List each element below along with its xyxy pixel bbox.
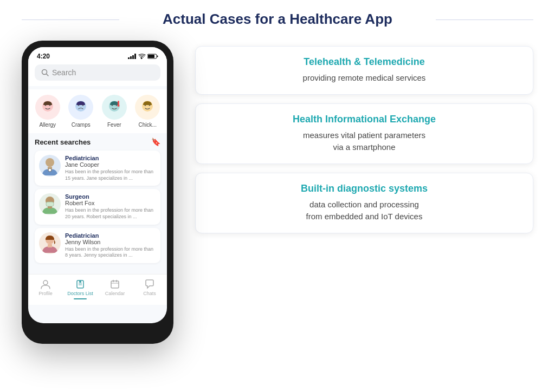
nav-calendar[interactable]: Calendar <box>101 279 128 299</box>
svg-rect-18 <box>118 101 119 105</box>
profile-nav-icon <box>40 279 51 290</box>
recent-searches-section: Recent searches 🔖 <box>28 133 167 271</box>
status-icons <box>128 54 158 59</box>
page-title: Actual Cases for a Healthcare App <box>22 11 533 28</box>
svg-rect-2 <box>132 55 134 59</box>
doctor-info-2: Pediatrician Jenny Wilson Has been in th… <box>65 232 156 259</box>
feature-title-2: Built-in diagnostic systems <box>209 183 520 194</box>
phone-screen: 4:20 <box>28 47 167 323</box>
category-allergy[interactable]: Allergy <box>33 95 63 128</box>
doctor-info-1: Surgeon Robert Fox Has been in the profe… <box>65 193 156 220</box>
search-bar[interactable]: Search <box>35 64 160 81</box>
doctor-avatar-2 <box>39 232 61 254</box>
recent-searches-title: Recent searches <box>35 138 91 146</box>
doctor-avatar-0 <box>39 155 61 177</box>
category-fever[interactable]: Fever <box>99 95 130 128</box>
feature-card-0: Telehealth & Telemedicine providing remo… <box>195 46 533 95</box>
doctor-desc-2: Has been in the profession for more than… <box>65 246 156 259</box>
nav-calendar-label: Calendar <box>105 291 125 296</box>
feature-title-1: Health Informational Exchange <box>209 114 520 125</box>
status-time: 4:20 <box>37 53 50 60</box>
features-panel: Telehealth & Telemedicine providing remo… <box>195 41 533 233</box>
nav-active-indicator <box>74 298 87 299</box>
categories-section: Allergy <box>28 89 167 133</box>
svg-point-23 <box>46 158 54 167</box>
nav-doctors-label: Doctors List <box>67 291 93 296</box>
svg-rect-1 <box>130 56 132 59</box>
svg-rect-0 <box>128 57 130 59</box>
feature-card-2: Built-in diagnostic systems data collect… <box>195 173 533 233</box>
svg-point-19 <box>117 104 119 107</box>
svg-rect-5 <box>157 56 158 57</box>
doctor-card-0[interactable]: Pediatrician Jane Cooper Has been in the… <box>35 151 160 186</box>
doctors-list-nav-icon <box>75 279 86 290</box>
doctor-avatar-1 <box>39 193 61 215</box>
svg-point-31 <box>43 280 48 285</box>
doctor-name-1: Robert Fox <box>65 200 156 206</box>
chats-nav-icon <box>144 279 155 290</box>
svg-rect-6 <box>148 55 154 58</box>
category-chick-label: Chick... <box>139 122 157 128</box>
bottom-nav: Profile Doctors List <box>28 274 167 305</box>
svg-rect-3 <box>134 54 136 59</box>
feature-desc-0: providing remote medical services <box>209 72 520 84</box>
feature-desc-2: data collection and processing from embe… <box>209 199 520 223</box>
feature-title-0: Telehealth & Telemedicine <box>209 56 520 68</box>
doctor-desc-1: Has been in the profession for more than… <box>65 207 156 220</box>
svg-point-35 <box>79 280 81 283</box>
feature-card-1: Health Informational Exchange measures v… <box>195 103 533 164</box>
search-icon <box>41 69 49 76</box>
svg-point-25 <box>48 168 51 172</box>
feature-desc-1: measures vital patient parameters via a … <box>209 129 520 154</box>
battery-icon <box>147 54 158 59</box>
svg-line-8 <box>47 74 49 76</box>
doctor-specialty-2: Pediatrician <box>65 232 156 239</box>
doctor-card-2[interactable]: Pediatrician Jenny Wilson Has been in th… <box>35 228 160 263</box>
nav-profile[interactable]: Profile <box>32 279 59 299</box>
nav-chats-label: Chats <box>143 291 156 296</box>
svg-rect-28 <box>46 202 54 206</box>
category-fever-label: Fever <box>107 122 121 128</box>
doctor-name-2: Jenny Wilson <box>65 239 156 245</box>
doctor-info-0: Pediatrician Jane Cooper Has been in the… <box>65 155 156 181</box>
category-cramps[interactable]: Cramps <box>66 95 96 128</box>
svg-rect-30 <box>48 244 52 247</box>
search-placeholder: Search <box>52 68 76 77</box>
phone-mockup: 4:20 <box>22 41 173 344</box>
category-cramps-label: Cramps <box>72 122 91 128</box>
calendar-nav-icon <box>109 279 120 290</box>
category-chick[interactable]: Chick... <box>133 95 163 128</box>
status-bar: 4:20 <box>35 51 160 63</box>
nav-profile-label: Profile <box>38 291 53 296</box>
signal-icon <box>128 54 137 59</box>
category-allergy-label: Allergy <box>39 122 56 128</box>
doctor-card-1[interactable]: Surgeon Robert Fox Has been in the profe… <box>35 189 160 224</box>
nav-doctors-list[interactable]: Doctors List <box>67 279 94 299</box>
doctor-desc-0: Has been in the profession for more than… <box>65 169 156 181</box>
doctor-name-0: Jane Cooper <box>65 161 156 168</box>
doctor-specialty-0: Pediatrician <box>65 155 156 161</box>
wifi-icon <box>138 54 146 59</box>
nav-chats[interactable]: Chats <box>136 279 163 299</box>
bookmark-icon: 🔖 <box>151 138 160 146</box>
doctor-specialty-1: Surgeon <box>65 193 156 200</box>
svg-rect-36 <box>111 281 119 288</box>
